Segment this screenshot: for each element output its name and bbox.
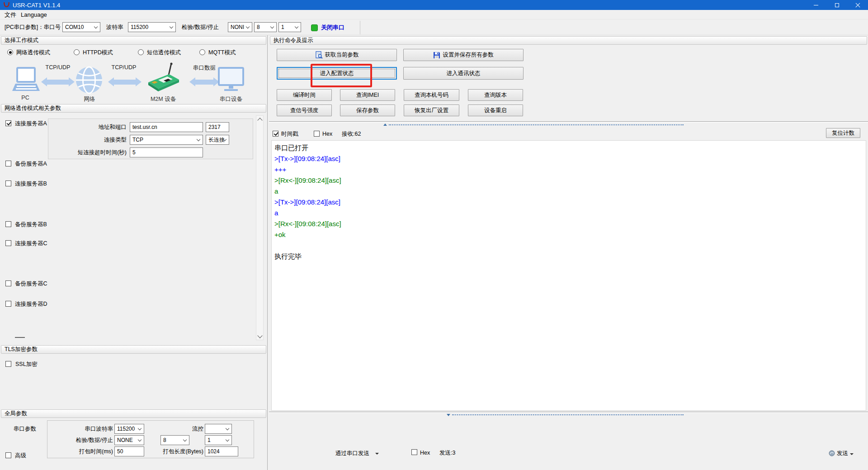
pack-time-input[interactable]: 50 (114, 446, 144, 456)
radio-httpd[interactable] (74, 49, 80, 55)
global-baud-select[interactable]: 115200 (114, 424, 144, 434)
timestamp-label: 时间戳 (281, 131, 298, 138)
commands-header: 执行命令及提示 (270, 36, 867, 45)
ssl-checkbox[interactable] (5, 361, 11, 367)
server-b-checkbox[interactable] (5, 180, 11, 186)
compile-time-button[interactable]: 编译时间 (277, 89, 332, 101)
save-disk-icon (433, 52, 440, 59)
query-version-button[interactable]: 查询版本 (468, 89, 523, 101)
global-baud-label: 串口波特率 (68, 426, 113, 432)
backup-server-c-checkbox[interactable] (5, 280, 11, 286)
conn-type-select[interactable]: TCP (130, 135, 203, 145)
query-signal-button[interactable]: 查信号强度 (277, 104, 332, 116)
flow-control-select[interactable] (205, 424, 232, 434)
backup-server-c-label: 备份服务器C (15, 280, 47, 287)
log-line: +ok (274, 229, 863, 240)
close-button[interactable] (847, 0, 868, 10)
advanced-checkbox[interactable] (5, 452, 11, 458)
m2m-device-icon (146, 62, 181, 95)
menu-file[interactable]: 文件 (5, 11, 16, 18)
log-line: 执行完毕 (274, 251, 863, 262)
maximize-button[interactable] (826, 0, 847, 10)
parity-select[interactable]: NONI (228, 22, 252, 32)
send-button[interactable]: 发送 (829, 449, 858, 458)
global-databits-select[interactable]: 8 (160, 435, 189, 445)
server-c-checkbox[interactable] (5, 240, 11, 246)
query-imei-button[interactable]: 查询IMEI (340, 89, 395, 101)
get-params-button[interactable]: 获取当前参数 (277, 49, 397, 61)
radio-mqtt-label: MQTT模式 (208, 49, 236, 56)
pc-serial-label: [PC串口参数]：串口号 (5, 24, 61, 31)
app-window: USR-CAT1 V1.1.4 文件 Language [PC串口参数]：串口号… (0, 0, 868, 470)
arrow-pc-network-icon (47, 80, 69, 85)
backup-server-a-label: 备份服务器A (15, 161, 47, 167)
baud-select[interactable]: 115200 (128, 22, 176, 32)
log-area[interactable]: 串口已打开 >[Tx->][09:08:24][asc] +++ >[Rx<-]… (271, 140, 866, 411)
splitter-collapse-up-icon[interactable] (383, 123, 387, 126)
short-timeout-input[interactable]: 5 (130, 147, 203, 157)
app-icon (3, 2, 10, 10)
left-scrollbar[interactable] (256, 115, 264, 340)
address-input[interactable]: test.usr.cn (130, 122, 203, 132)
backup-server-a-checkbox[interactable] (5, 161, 11, 166)
server-c-label: 连接服务器C (15, 240, 47, 247)
server-a-checkbox[interactable] (5, 120, 11, 126)
log-line: +++ (274, 164, 863, 175)
minimize-button[interactable] (806, 0, 826, 10)
toolbar: [PC串口参数]：串口号 COM10 波特率 115200 检验/数据/停止 N… (0, 19, 868, 35)
send-icon (829, 450, 835, 456)
splitter-handle-bottom[interactable] (452, 414, 684, 415)
link3-label: 串口数据 (190, 64, 219, 72)
arrow-network-m2m-icon (114, 80, 136, 85)
collapsed-splitter-dash[interactable] (15, 337, 25, 338)
log-line: 串口已打开 (274, 142, 863, 153)
device-restart-button[interactable]: 设备重启 (468, 104, 523, 116)
log-splitter-bottom[interactable] (269, 412, 868, 413)
reset-count-button[interactable]: 复位计数 (826, 128, 860, 138)
radio-sms-passthrough[interactable] (138, 49, 144, 55)
log-hex-checkbox[interactable] (314, 131, 320, 137)
com-port-select[interactable]: COM10 (62, 22, 100, 32)
enter-config-button[interactable]: 进入配置状态 (277, 67, 397, 80)
pc-laptop-icon (11, 67, 41, 95)
log-splitter-top[interactable] (269, 121, 868, 123)
parity-label: 检验/数据/停止 (182, 24, 219, 31)
timestamp-checkbox[interactable] (273, 131, 278, 137)
global-stopbits-select[interactable]: 1 (205, 435, 232, 445)
radio-sms-passthrough-label: 短信透传模式 (147, 49, 181, 56)
backup-server-b-checkbox[interactable] (5, 221, 11, 227)
toggle-port-button[interactable]: 关闭串口 (311, 21, 356, 34)
server-d-checkbox[interactable] (5, 301, 11, 307)
node-serial-label: 串口设备 (216, 95, 246, 103)
conn-mode-select[interactable]: 长连接 (206, 135, 229, 145)
scroll-down-icon[interactable] (257, 333, 262, 338)
panel-separator[interactable] (267, 35, 268, 470)
enter-comm-button[interactable]: 进入通讯状态 (403, 67, 524, 80)
tls-header: TLS加密参数 (1, 345, 266, 354)
scroll-up-icon[interactable] (257, 118, 262, 123)
sent-count: 发送:3 (439, 450, 455, 456)
port-input[interactable]: 2317 (206, 122, 229, 132)
splitter-collapse-down-icon[interactable] (447, 414, 450, 416)
serial-params-group-label: 串口参数 (14, 426, 36, 432)
server-d-label: 连接服务器D (15, 301, 47, 308)
global-parity-select[interactable]: NONE (114, 435, 144, 445)
save-params-button[interactable]: 保存参数 (340, 104, 395, 116)
splitter-handle-top[interactable] (389, 124, 684, 125)
node-network-label: 网络 (78, 95, 101, 103)
factory-reset-button[interactable]: 恢复出厂设置 (404, 104, 459, 116)
send-mode-dropdown[interactable]: 通过串口发送 (335, 450, 381, 458)
stopbits-select[interactable]: 1 (278, 22, 301, 32)
set-save-params-button[interactable]: 设置并保存所有参数 (403, 49, 524, 61)
menu-bar: 文件 Language (0, 10, 868, 19)
pack-length-input[interactable]: 1024 (205, 446, 238, 456)
radio-mqtt[interactable] (199, 49, 205, 55)
databits-select[interactable]: 8 (254, 22, 277, 32)
global-params-header: 全局参数 (1, 409, 266, 418)
log-line: a (274, 208, 863, 218)
radio-net-passthrough[interactable] (7, 49, 13, 55)
send-hex-checkbox[interactable] (411, 449, 417, 455)
net-params-header: 网络透传模式相关参数 (1, 104, 266, 113)
menu-language[interactable]: Language (21, 11, 47, 18)
query-phone-number-button[interactable]: 查询本机号码 (404, 89, 459, 101)
